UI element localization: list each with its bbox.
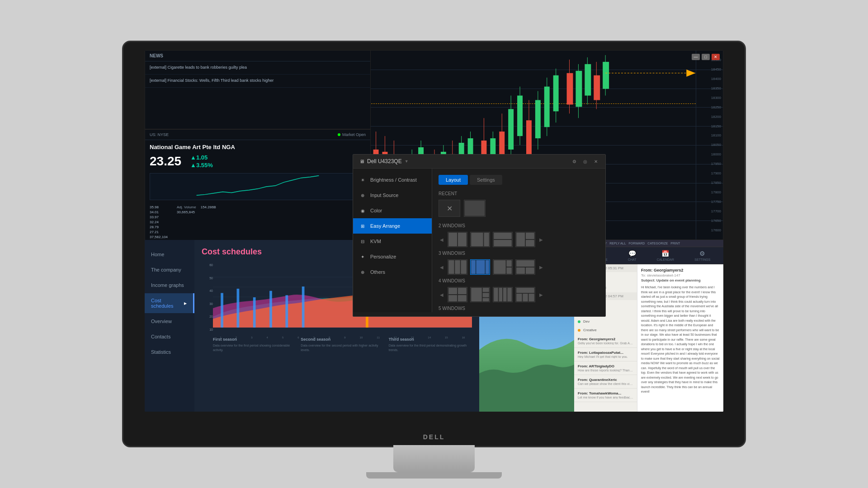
svg-rect-79: [526, 233, 534, 239]
layout-nav-left[interactable]: ◀: [439, 236, 445, 243]
price-label: 18450: [698, 67, 721, 71]
dell-modal-title: 🖥 Dell U4323QE ▼: [359, 158, 409, 164]
svg-rect-65: [269, 291, 272, 328]
sidebar-item-cost-schedules[interactable]: Cost schedules ▶: [145, 293, 194, 313]
list-item[interactable]: From: TomahawkWoma... Let me know if you…: [574, 389, 637, 402]
layout-nav-right[interactable]: ▶: [538, 236, 544, 243]
screen: — □ ✕: [145, 50, 723, 412]
tab-settings[interactable]: Settings: [470, 175, 502, 185]
five-windows-title: 5 Windows: [439, 306, 599, 311]
svg-rect-35: [526, 120, 532, 154]
modal-close-btn[interactable]: ✕: [593, 158, 599, 164]
layout-4-columns[interactable]: [493, 287, 513, 302]
sidebar-item-the-company[interactable]: The company: [145, 263, 194, 277]
svg-rect-88: [506, 260, 511, 267]
layout-2-right-stack[interactable]: [515, 232, 535, 247]
email-forward-btn[interactable]: FORWARD: [629, 242, 645, 245]
season-section-third: Third season Data overview for the third…: [389, 337, 472, 352]
y-label: 10: [202, 328, 213, 331]
layout-2-stacked[interactable]: [493, 232, 513, 247]
sidebar-item-statistics[interactable]: Statistics: [145, 345, 194, 359]
stock-data-val: 28.79: [150, 225, 172, 229]
dropdown-arrow-icon[interactable]: ▼: [405, 159, 409, 164]
modal-fullscreen-btn[interactable]: ◎: [582, 158, 588, 164]
layout-3-center-large[interactable]: [470, 259, 490, 275]
easy-arrange-label: Easy Arrange: [370, 223, 400, 229]
layout-3-right-stack[interactable]: [493, 259, 513, 275]
close-button[interactable]: ✕: [712, 54, 720, 60]
dell-tabs: Layout Settings: [439, 175, 599, 185]
sidebar-item-contacts[interactable]: Contacts: [145, 329, 194, 344]
x-label: 14: [428, 336, 431, 339]
email-preview: Let me know if you have any feedback or …: [578, 396, 633, 399]
svg-rect-92: [526, 267, 534, 274]
email-nav-settings[interactable]: ⚙ SETTINGS: [694, 250, 710, 261]
layout-nav-left-3[interactable]: ◀: [439, 264, 445, 270]
price-label: 18200: [698, 115, 721, 119]
layout-4-left-large[interactable]: [470, 287, 490, 302]
svg-rect-45: [576, 71, 582, 107]
price-label: 18100: [698, 133, 721, 137]
email-nav-calendar[interactable]: 📅 CALENDAR: [657, 250, 674, 261]
modal-settings-btn[interactable]: ⚙: [571, 158, 577, 164]
stock-data-val: 27.21: [150, 230, 172, 234]
dell-menu: ☀ Brightness / Contrast ⊕ Input Source ◉…: [353, 169, 432, 312]
layout-nav-left-4[interactable]: ◀: [439, 291, 445, 298]
maximize-button[interactable]: □: [702, 54, 710, 60]
dell-menu-input-source[interactable]: ⊕ Input Source: [353, 188, 432, 203]
list-item[interactable]: From: Georgiamyers2 Gelly you've been lo…: [574, 334, 637, 348]
recent-section-title: Recent: [439, 191, 599, 196]
layout-3-top-bottom[interactable]: [515, 259, 535, 275]
x-label: 1: [220, 336, 222, 339]
email-nav-chat[interactable]: 💬 CHAT: [628, 250, 637, 261]
dell-menu-brightness[interactable]: ☀ Brightness / Contrast: [353, 172, 432, 188]
dell-menu-personalize[interactable]: ✦ Personalize: [353, 249, 432, 264]
stock-data-label: Adj. Volume: [177, 205, 196, 209]
two-windows-layouts: ◀: [439, 232, 599, 247]
price-label: 18000: [698, 152, 721, 156]
calendar-nav-label: CALENDAR: [657, 258, 674, 261]
y-label: 40: [202, 289, 213, 292]
layout-4-grid[interactable]: [448, 287, 467, 302]
layout-nav-right-3[interactable]: ▶: [538, 264, 544, 270]
minimize-button[interactable]: —: [692, 54, 700, 60]
price-label: 18050: [698, 143, 721, 147]
dell-menu-kvm[interactable]: ⊟ KVM: [353, 234, 432, 249]
tab-layout[interactable]: Layout: [439, 175, 468, 185]
layout-2-halves[interactable]: [448, 232, 467, 247]
price-label: 18350: [698, 86, 721, 90]
dell-menu-others[interactable]: ⊕ Others: [353, 264, 432, 280]
recent-layout-blank[interactable]: [464, 200, 486, 217]
two-windows-title: 2 Windows: [439, 223, 599, 228]
svg-rect-90: [516, 260, 534, 267]
window-controls: — □ ✕: [692, 54, 720, 60]
sidebar-item-home[interactable]: Home: [145, 247, 194, 262]
sidebar-item-income-graphs[interactable]: Income graphs: [145, 278, 194, 292]
sidebar-item-overview[interactable]: Overview: [145, 314, 194, 328]
email-print-btn[interactable]: PRINT: [670, 242, 680, 245]
email-detail-pane: From: Georgiamyers2 To: stevielasobraket…: [637, 264, 723, 412]
svg-rect-84: [471, 260, 475, 274]
dell-menu-color[interactable]: ◉ Color: [353, 203, 432, 218]
list-item[interactable]: From: LottapaloozaPutat... Hey Michael I…: [574, 348, 637, 361]
season-text-second: Data overview for the second period with…: [301, 343, 384, 352]
brightness-icon: ☀: [359, 177, 366, 183]
layout-2-unequal[interactable]: [470, 232, 490, 247]
input-source-icon: ⊕: [359, 192, 366, 198]
dell-menu-easy-arrange[interactable]: ⊞ Easy Arrange: [353, 218, 432, 234]
list-item[interactable]: From: QuarantineXeric Can we please show…: [574, 375, 637, 389]
email-reply-all-btn[interactable]: REPLY ALL: [609, 242, 626, 245]
news-item-title: [external] Cigarette leads to bank robbe…: [150, 65, 366, 70]
svg-rect-98: [483, 288, 489, 292]
list-item[interactable]: From: ARTbigladyDO How are those reports…: [574, 361, 637, 375]
chat-nav-label: CHAT: [628, 258, 637, 261]
svg-rect-100: [483, 298, 489, 302]
layout-4-special[interactable]: [515, 287, 535, 302]
svg-rect-80: [526, 240, 534, 246]
brightness-label: Brightness / Contrast: [370, 177, 417, 183]
recent-layout-close[interactable]: ✕: [439, 200, 460, 217]
email-categorize-btn[interactable]: CATEGORIZE: [647, 242, 668, 245]
layout-3-thirds[interactable]: [448, 259, 467, 275]
layout-nav-right-4[interactable]: ▶: [538, 291, 544, 298]
season-section-first: First season Data overview for the first…: [213, 337, 296, 352]
